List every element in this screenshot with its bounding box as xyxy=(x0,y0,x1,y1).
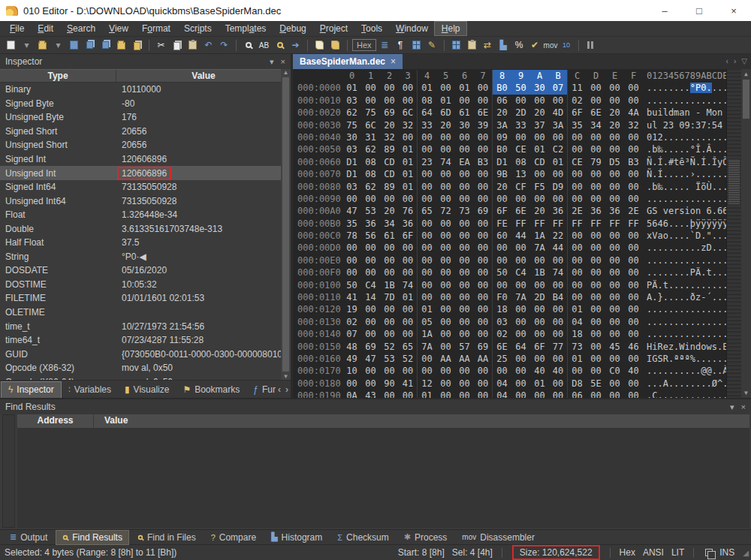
hex-byte[interactable]: 79 xyxy=(587,156,605,168)
ascii-text[interactable]: ...A........Ø^.. xyxy=(647,378,734,390)
hex-byte[interactable]: 00 xyxy=(605,291,624,303)
hex-byte[interactable]: AA xyxy=(455,353,474,365)
hex-byte[interactable]: 00 xyxy=(474,143,493,155)
histogram-button[interactable]: ▙ xyxy=(496,38,511,53)
hex-byte[interactable]: 7A xyxy=(511,291,530,303)
hex-byte[interactable]: 00 xyxy=(605,131,624,143)
hex-byte[interactable]: 00 xyxy=(624,303,643,315)
hex-byte[interactable]: F0 xyxy=(493,291,511,303)
hex-byte[interactable]: 01 xyxy=(342,82,361,94)
hex-byte[interactable]: 00 xyxy=(436,279,455,291)
hex-byte[interactable]: 43 xyxy=(361,390,380,398)
overwrite-mode-icon[interactable] xyxy=(705,549,713,556)
hex-byte[interactable]: 00 xyxy=(568,143,587,155)
hex-byte[interactable]: 00 xyxy=(455,131,474,143)
hex-byte[interactable]: 00 xyxy=(361,328,380,340)
tool-tab-compare[interactable]: ?Compare xyxy=(205,531,262,544)
hex-byte[interactable]: 00 xyxy=(530,353,549,365)
hex-byte[interactable]: 00 xyxy=(587,353,605,365)
hex-byte[interactable]: CF xyxy=(511,181,530,193)
hex-byte[interactable]: C4 xyxy=(361,279,380,291)
menu-help[interactable]: Help xyxy=(435,22,467,35)
hex-byte[interactable]: 69 xyxy=(361,341,380,353)
hex-byte[interactable]: 00 xyxy=(624,181,643,193)
hex-byte[interactable]: 00 xyxy=(568,168,587,180)
hex-byte[interactable]: 00 xyxy=(530,254,549,266)
hex-byte[interactable]: 00 xyxy=(511,254,530,266)
hex-byte[interactable]: 00 xyxy=(455,168,474,180)
hex-byte[interactable]: 01 xyxy=(549,156,568,168)
hex-byte[interactable]: FF xyxy=(587,218,605,230)
save-button[interactable] xyxy=(67,38,81,53)
hex-byte[interactable]: 00 xyxy=(399,95,418,107)
hex-byte[interactable]: 00 xyxy=(474,291,493,303)
hex-byte[interactable]: 36 xyxy=(605,205,624,217)
hex-byte[interactable]: 74 xyxy=(436,156,455,168)
open-file-dropdown-icon[interactable]: ▾ xyxy=(51,38,65,53)
hex-byte[interactable]: 00 xyxy=(568,230,587,242)
hex-byte[interactable]: D9 xyxy=(549,181,568,193)
hex-byte[interactable]: D1 xyxy=(493,156,511,168)
hex-byte[interactable]: C0 xyxy=(605,365,624,377)
hex-byte[interactable]: 09 xyxy=(493,131,511,143)
hex-byte[interactable]: 13 xyxy=(511,168,530,180)
ascii-text[interactable]: ................ xyxy=(647,303,734,315)
hex-byte[interactable]: 00 xyxy=(624,353,643,365)
menu-debug[interactable]: Debug xyxy=(273,22,312,35)
hex-scroll-down-icon[interactable]: ▼ xyxy=(741,390,751,396)
hex-byte[interactable]: 00 xyxy=(474,316,493,328)
inspector-scrollbar[interactable]: ▲ ▼ xyxy=(281,69,291,380)
hex-byte[interactable]: 20 xyxy=(605,107,624,119)
insert-mode-toggle[interactable]: INS xyxy=(716,547,738,558)
hex-byte[interactable]: 30 xyxy=(342,131,361,143)
hex-scrollbar-thumb[interactable] xyxy=(743,80,749,119)
hex-byte[interactable]: 78 xyxy=(342,230,361,242)
hex-byte[interactable]: 00 xyxy=(568,279,587,291)
hex-byte[interactable]: 00 xyxy=(493,193,511,205)
ascii-text[interactable]: ..........zD.... xyxy=(647,242,734,254)
hex-byte[interactable]: 00 xyxy=(455,291,474,303)
hex-byte[interactable]: 30 xyxy=(455,119,474,131)
hex-byte[interactable]: 20 xyxy=(605,119,624,131)
hex-byte[interactable]: D1 xyxy=(342,168,361,180)
hex-byte[interactable]: 01 xyxy=(436,95,455,107)
hex-byte[interactable]: 00 xyxy=(587,266,605,278)
menu-project[interactable]: Project xyxy=(313,22,354,35)
hex-byte[interactable]: 00 xyxy=(493,365,511,377)
hex-byte[interactable]: 00 xyxy=(530,131,549,143)
pause-button[interactable] xyxy=(584,38,598,53)
inspector-row[interactable]: Signed Int6473135050928 xyxy=(0,180,291,194)
ascii-text[interactable]: GS version 6.66. xyxy=(647,205,734,217)
hex-byte[interactable]: 00 xyxy=(624,254,643,266)
hex-byte[interactable]: 00 xyxy=(380,242,399,254)
hex-byte[interactable]: 00 xyxy=(436,316,455,328)
hex-byte[interactable]: 75 xyxy=(361,107,380,119)
hex-byte[interactable]: 00 xyxy=(380,82,399,94)
copy-button[interactable] xyxy=(170,38,184,53)
ascii-text[interactable]: ................ xyxy=(647,254,734,266)
hex-byte[interactable]: 01 xyxy=(455,82,474,94)
inspector-row[interactable]: Double3.61335161703748e-313 xyxy=(0,221,291,236)
hex-byte[interactable]: D5 xyxy=(605,156,624,168)
hex-byte[interactable]: 00 xyxy=(587,143,605,155)
hex-byte[interactable]: 89 xyxy=(380,181,399,193)
file-tab[interactable]: BaseSpiderMan.dec × xyxy=(293,54,403,69)
hex-byte[interactable]: 20 xyxy=(380,205,399,217)
redo-button[interactable]: ↷ xyxy=(217,38,231,53)
copy-files-button[interactable] xyxy=(130,38,144,53)
hex-byte[interactable]: FF xyxy=(511,218,530,230)
ascii-text[interactable]: ................ xyxy=(647,316,734,328)
hex-byte[interactable]: 00 xyxy=(605,279,624,291)
hex-byte[interactable]: B3 xyxy=(624,156,643,168)
hex-byte[interactable]: 0A xyxy=(342,390,361,398)
hex-byte[interactable]: 00 xyxy=(568,131,587,143)
hex-byte[interactable]: 6F xyxy=(399,230,418,242)
hex-byte[interactable]: 61 xyxy=(455,107,474,119)
hex-byte[interactable]: 36 xyxy=(549,205,568,217)
hex-byte[interactable]: 00 xyxy=(380,316,399,328)
hex-byte[interactable]: 20 xyxy=(530,107,549,119)
hex-byte[interactable]: 00 xyxy=(455,218,474,230)
hex-byte[interactable]: 76 xyxy=(399,205,418,217)
ascii-text[interactable]: ..........@@..À@ xyxy=(647,365,734,377)
hex-byte[interactable]: 00 xyxy=(624,316,643,328)
